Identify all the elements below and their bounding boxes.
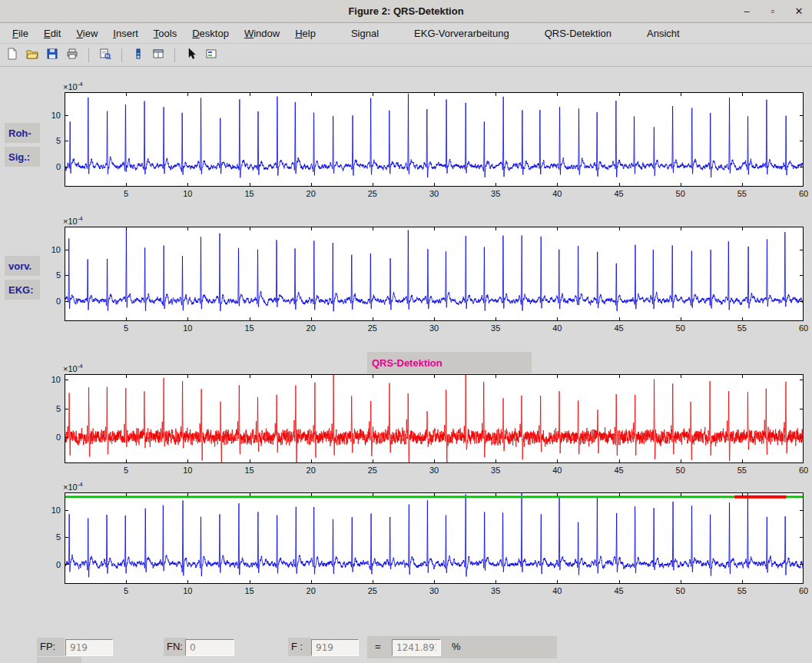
preprocessed-label-line2: EKG: xyxy=(5,280,40,300)
save-icon xyxy=(46,48,58,63)
equals-label: = xyxy=(372,638,384,656)
menu-help[interactable]: Help xyxy=(287,25,323,42)
print-preview-button[interactable] xyxy=(96,46,114,65)
x-tick-label: 10 xyxy=(183,586,192,595)
plot-browser-icon xyxy=(152,48,164,63)
x-tick-label: 30 xyxy=(429,189,439,198)
x-tick-label: 20 xyxy=(307,189,316,198)
menu-file[interactable]: File xyxy=(5,25,36,42)
x-tick-label: 50 xyxy=(676,189,685,198)
pointer-icon xyxy=(185,48,197,63)
y-tick-label: 5 xyxy=(56,270,61,280)
clipped-control-stub xyxy=(37,657,81,663)
menu-ansicht[interactable]: Ansicht xyxy=(639,25,688,42)
menu-desktop[interactable]: Desktop xyxy=(184,25,237,42)
menu-insert[interactable]: Insert xyxy=(105,25,146,42)
x-tick-label: 5 xyxy=(124,466,128,475)
colorbar-button[interactable] xyxy=(129,46,147,65)
x-tick-label: 60 xyxy=(799,323,808,333)
menu-view[interactable]: View xyxy=(68,25,105,42)
y-tick-label: 0 xyxy=(56,433,61,442)
x-tick-label: 45 xyxy=(614,586,623,595)
new-file-button[interactable] xyxy=(3,46,22,65)
qrs-detection-plot[interactable] xyxy=(65,374,804,463)
fp-input[interactable] xyxy=(65,639,113,656)
colorbar-icon xyxy=(132,48,144,63)
detection-result-plot[interactable] xyxy=(65,492,804,584)
save-button[interactable] xyxy=(43,46,61,65)
y-tick-label: 10 xyxy=(51,245,61,254)
close-button[interactable]: ✕ xyxy=(792,5,806,18)
window-title: Figure 2: QRS-Detektion xyxy=(348,5,463,17)
f-input[interactable] xyxy=(311,639,359,656)
open-button[interactable] xyxy=(23,46,41,65)
print-button[interactable] xyxy=(63,46,81,65)
x-tick-label: 25 xyxy=(368,466,377,475)
preprocessed-signal-plot[interactable] xyxy=(65,227,804,321)
x-tick-label: 20 xyxy=(307,323,316,333)
raw-signal-plot[interactable] xyxy=(65,92,804,187)
x-tick-label: 55 xyxy=(737,466,747,475)
x-tick-label: 25 xyxy=(368,323,377,333)
x-tick-label: 40 xyxy=(552,189,562,198)
y-tick-label: 10 xyxy=(51,375,61,384)
qrs-detection-axes: ×10-4 510152025303540455055600510 xyxy=(65,374,804,463)
axis-multiplier: ×10-4 xyxy=(63,363,83,373)
x-tick-label: 55 xyxy=(737,586,747,595)
y-tick-label: 5 xyxy=(56,532,61,542)
x-tick-label: 40 xyxy=(552,466,562,475)
titlebar[interactable]: Figure 2: QRS-Detektion – ▫ ✕ xyxy=(0,0,812,23)
figure-window: Figure 2: QRS-Detektion – ▫ ✕ File Edit … xyxy=(0,0,812,663)
legend-icon xyxy=(205,48,217,63)
toolbar-separator xyxy=(88,48,89,62)
x-tick-label: 60 xyxy=(799,586,808,595)
menu-window[interactable]: Window xyxy=(237,25,287,42)
x-tick-label: 60 xyxy=(799,189,808,198)
menu-tools[interactable]: Tools xyxy=(146,25,184,42)
raw-signal-axes: ×10-4 510152025303540455055600510 xyxy=(65,92,804,187)
x-tick-label: 30 xyxy=(429,586,439,595)
x-tick-label: 55 xyxy=(737,323,747,333)
print-preview-icon xyxy=(99,48,111,63)
menubar: File Edit View Insert Tools Desktop Wind… xyxy=(0,23,812,44)
y-tick-label: 10 xyxy=(51,506,61,515)
menu-edit[interactable]: Edit xyxy=(36,25,68,42)
x-tick-label: 5 xyxy=(124,323,128,333)
x-tick-label: 15 xyxy=(244,466,254,475)
axis-multiplier: ×10-4 xyxy=(63,481,83,492)
open-folder-icon xyxy=(26,48,38,63)
result-input[interactable] xyxy=(392,639,441,656)
x-tick-label: 25 xyxy=(368,586,377,595)
qrs-detection-title: QRS-Detektion xyxy=(367,352,532,373)
x-tick-label: 5 xyxy=(124,189,128,198)
minimize-button[interactable]: – xyxy=(740,5,754,18)
x-tick-label: 15 xyxy=(244,323,254,333)
plot-browser-button[interactable] xyxy=(149,46,167,65)
y-tick-label: 10 xyxy=(51,111,61,120)
y-tick-label: 5 xyxy=(56,404,61,413)
pointer-button[interactable] xyxy=(182,46,201,65)
menu-ekg-vorverarbeitung[interactable]: EKG-Vorverarbeitung xyxy=(406,25,517,42)
axis-multiplier: ×10-4 xyxy=(63,81,83,91)
y-tick-label: 0 xyxy=(56,162,61,171)
x-tick-label: 20 xyxy=(307,466,316,475)
menu-qrs-detektion[interactable]: QRS-Detektion xyxy=(537,25,619,42)
preprocessed-axes: ×10-4 510152025303540455055600510 xyxy=(65,227,804,321)
x-tick-label: 20 xyxy=(307,586,316,595)
new-file-icon xyxy=(6,48,18,63)
fn-input[interactable] xyxy=(185,639,234,656)
toolbar xyxy=(0,44,812,67)
x-tick-label: 40 xyxy=(552,586,562,595)
x-tick-label: 10 xyxy=(183,323,192,333)
fp-label: FP: xyxy=(37,638,65,656)
y-tick-label: 5 xyxy=(56,136,61,145)
x-tick-label: 25 xyxy=(368,189,377,198)
x-tick-label: 15 xyxy=(244,586,254,595)
maximize-button[interactable]: ▫ xyxy=(766,5,780,18)
y-tick-label: 0 xyxy=(56,297,61,306)
x-tick-label: 60 xyxy=(799,466,808,475)
x-tick-label: 35 xyxy=(491,466,500,475)
menu-signal[interactable]: Signal xyxy=(343,25,386,42)
axis-multiplier: ×10-4 xyxy=(63,215,83,226)
legend-button[interactable] xyxy=(202,46,220,65)
